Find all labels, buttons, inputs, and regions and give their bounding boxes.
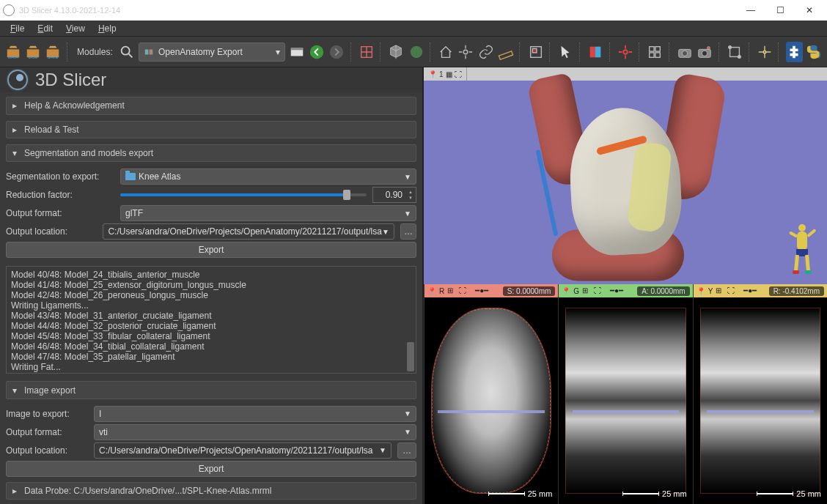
sphere-icon[interactable] xyxy=(408,42,424,62)
slice-red-header[interactable]: 📍R ⊞⛶ ━●━ S: 0.0000mm xyxy=(424,284,558,297)
browse-button[interactable]: … xyxy=(397,442,416,459)
section-data-probe[interactable]: ▸ Data Probe: C:/Users/andra/OneDrive/..… xyxy=(6,482,416,500)
section-segmentation-export[interactable]: ▾ Segmentation and models export xyxy=(6,144,416,162)
reduction-factor-label: Reduction factor: xyxy=(6,190,114,200)
close-button[interactable]: ✕ xyxy=(795,0,824,21)
seg-output-format-label: Output format: xyxy=(6,208,114,218)
svg-point-6 xyxy=(122,46,130,54)
chevron-down-icon: ▼ xyxy=(404,410,411,418)
menu-view[interactable]: View xyxy=(60,22,91,35)
toolbar-divider xyxy=(639,42,641,62)
slice-red-view[interactable]: 25 mm xyxy=(424,297,558,504)
slicer-header: 3D Slicer xyxy=(0,67,422,92)
svg-point-34 xyxy=(763,51,766,53)
markup-point-icon[interactable] xyxy=(617,42,633,62)
cube-small-icon: ▦ xyxy=(446,70,452,78)
seg-output-location-select[interactable]: C:/Users/andra/OneDrive/Projects/OpenAna… xyxy=(103,223,394,240)
slice-yellow-header[interactable]: 📍Y ⊞⛶ ━●━ R: -0.4102mm xyxy=(694,284,827,297)
svg-text:DATA: DATA xyxy=(8,55,18,59)
module-options-icon[interactable] xyxy=(288,42,305,62)
toolbar-divider xyxy=(749,42,751,62)
home-icon[interactable] xyxy=(438,42,455,62)
crosshairs-multi-icon[interactable] xyxy=(756,42,773,62)
svg-point-29 xyxy=(702,51,707,56)
section-help[interactable]: ▸ Help & Acknowledgement xyxy=(6,97,416,114)
window-level-icon[interactable] xyxy=(587,42,603,62)
module-selector[interactable]: OpenAnatomy Export ▾ xyxy=(139,42,285,62)
maximize-button[interactable]: ☐ xyxy=(765,0,795,21)
viewer-area: 📍 1 ▦ ⛶ xyxy=(424,67,827,504)
link-icon[interactable] xyxy=(477,42,494,62)
transform-icon[interactable] xyxy=(726,42,743,62)
window-title: 3D Slicer 4.13.0-2021-12-14 xyxy=(19,6,736,15)
save-icon[interactable]: SAVE xyxy=(44,42,61,62)
chevron-right-icon: ▸ xyxy=(12,100,20,111)
export-log: Model 40/48: Model_24_tibialis_anterior_… xyxy=(6,266,416,374)
section-reload[interactable]: ▸ Reload & Test xyxy=(6,121,416,138)
menu-bar: File Edit View Help xyxy=(0,21,827,37)
img-export-button[interactable]: Export xyxy=(6,461,416,477)
menu-edit[interactable]: Edit xyxy=(32,22,59,35)
image-to-export-select[interactable]: I ▼ xyxy=(94,406,416,422)
img-output-location-label: Output location: xyxy=(6,445,88,456)
browse-button[interactable]: … xyxy=(400,223,416,240)
reduction-factor-slider[interactable] xyxy=(120,193,367,196)
slice-green-view[interactable]: 25 mm xyxy=(559,297,692,504)
coronal-mri-image xyxy=(565,308,686,494)
pointer-icon[interactable] xyxy=(557,42,574,62)
view-tab-1[interactable]: 📍 1 ▦ ⛶ xyxy=(424,67,467,81)
screenshot-icon[interactable] xyxy=(527,42,544,62)
camera-icon[interactable] xyxy=(676,42,693,62)
svg-rect-22 xyxy=(650,46,654,51)
log-scrollbar[interactable] xyxy=(405,267,416,373)
seg-export-button[interactable]: Export xyxy=(6,242,416,258)
toolbar-divider xyxy=(609,42,611,62)
svg-text:DCM: DCM xyxy=(29,55,38,59)
log-line: Writing Ligaments... xyxy=(11,300,411,311)
module-name: OpenAnatomy Export xyxy=(158,47,243,57)
search-module-icon[interactable] xyxy=(119,42,136,62)
slicer-title: 3D Slicer xyxy=(35,70,106,90)
load-data-icon[interactable]: DATA xyxy=(4,42,21,62)
extensions-icon[interactable] xyxy=(786,42,803,62)
cube-icon[interactable] xyxy=(388,42,405,62)
menu-file[interactable]: File xyxy=(4,22,30,35)
log-line: Model 41/48: Model_25_extensor_digitorum… xyxy=(11,280,411,290)
img-output-location-select[interactable]: C:/Users/andra/OneDrive/Projects/OpenAna… xyxy=(94,442,392,459)
section-image-export[interactable]: ▾ Image export xyxy=(6,381,416,399)
module-panel: 3D Slicer ▸ Help & Acknowledgement ▸ Rel… xyxy=(0,67,424,504)
svg-point-11 xyxy=(310,45,323,58)
ruler-icon[interactable] xyxy=(497,42,514,62)
3d-view[interactable] xyxy=(424,81,827,284)
menu-help[interactable]: Help xyxy=(92,22,122,35)
svg-rect-24 xyxy=(650,52,654,56)
segmentation-to-export-label: Segmentation to export: xyxy=(6,171,114,182)
app-icon xyxy=(3,4,15,16)
slice-yellow-view[interactable]: 25 mm xyxy=(694,297,827,504)
slice-green-header[interactable]: 📍G ⊞⛶ ━●━ A: 0.0000mm xyxy=(559,284,692,297)
window-titlebar: 3D Slicer 4.13.0-2021-12-14 — ☐ ✕ xyxy=(0,0,827,21)
forward-icon[interactable] xyxy=(328,42,345,62)
visibility-icon[interactable] xyxy=(647,42,664,62)
load-dicom-icon[interactable]: DCM xyxy=(24,42,41,62)
folder-icon xyxy=(125,173,136,180)
svg-point-14 xyxy=(410,45,422,58)
log-line: Model 44/48: Model_32_posterior_cruciate… xyxy=(11,321,411,331)
reduction-factor-spinbox[interactable]: ▲▼ xyxy=(372,187,416,203)
segmentation-to-export-select[interactable]: Knee Atlas ▼ xyxy=(120,168,416,185)
capture-icon[interactable] xyxy=(696,42,713,62)
orientation-marker xyxy=(787,223,817,274)
svg-rect-23 xyxy=(655,46,660,51)
seg-output-format-select[interactable]: glTF ▼ xyxy=(120,205,416,221)
image-to-export-label: Image to export: xyxy=(6,409,88,419)
layout-icon[interactable] xyxy=(358,42,375,62)
scale-bar: 25 mm xyxy=(488,489,553,498)
minimize-button[interactable]: — xyxy=(736,0,765,21)
back-icon[interactable] xyxy=(308,42,325,62)
python-icon[interactable] xyxy=(806,42,823,62)
toolbar-divider xyxy=(549,42,551,62)
img-output-format-select[interactable]: vti ▼ xyxy=(94,424,416,440)
toolbar-divider xyxy=(67,42,69,62)
slice-views: 📍R ⊞⛶ ━●━ S: 0.0000mm 25 mm 📍G ⊞⛶ ━●━ xyxy=(424,284,827,504)
crosshair-icon[interactable] xyxy=(457,42,474,62)
